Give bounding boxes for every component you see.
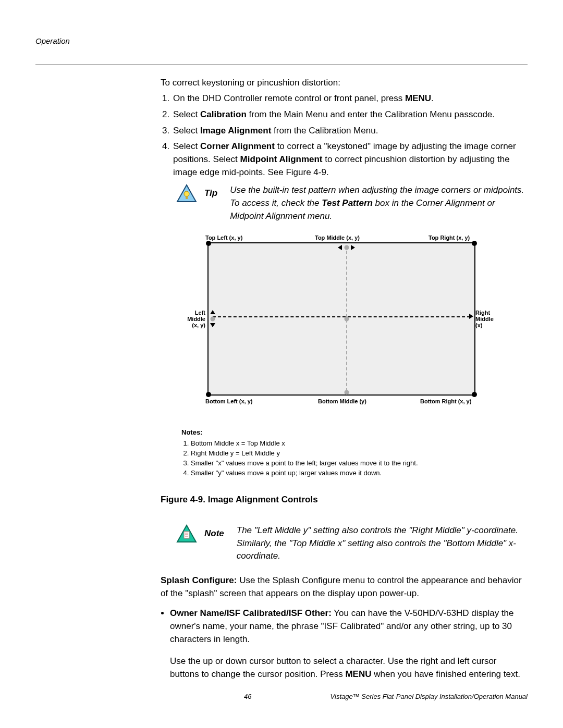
lbl-right-middle-3: (x) [475, 322, 482, 330]
note-label: Note [204, 524, 224, 543]
section-header: Operation [35, 35, 528, 47]
step-3: Select Image Alignment from the Calibrat… [172, 125, 528, 138]
splash-para: Splash Configure: Use the Splash Configu… [161, 574, 528, 600]
gdot-top-middle [345, 245, 349, 250]
note-icon [176, 524, 197, 547]
note-item-2: Right Middle y = Left Middle y [191, 449, 515, 459]
step-1-post: . [431, 93, 434, 103]
steps-list: On the DHD Controller remote control or … [161, 92, 528, 179]
notes-title: Notes: [181, 428, 515, 438]
step-3-b: Image Alignment [200, 126, 271, 135]
cursor-para-c: when you have finished entering text. [371, 669, 520, 679]
diagram-notes: Notes: Bottom Middle x = Top Middle x Ri… [181, 428, 515, 478]
gdot-center [345, 317, 349, 322]
step-2-post: from the Main Menu and enter the Calibra… [247, 109, 495, 119]
gdot-bottom-middle [345, 390, 349, 395]
dot-top-left [206, 241, 211, 246]
note-item-3: Smaller "x" values move a point to the l… [191, 459, 515, 468]
alignment-diagram: Top Left (x, y) Top Middle (x, y) Top Ri… [181, 234, 507, 422]
tip-text: Use the built-in test pattern when adjus… [230, 184, 528, 223]
intro-text: To correct keystoning or pincushion dist… [161, 77, 528, 90]
figure-caption: Figure 4-9. Image Alignment Controls [161, 493, 528, 507]
dot-top-right [472, 241, 477, 246]
page-number: 46 [244, 692, 251, 702]
footer-title: Vistage™ Series Flat-Panel Display Insta… [298, 692, 528, 702]
dashed-horizontal [213, 316, 470, 317]
cursor-para-b: MENU [345, 669, 371, 679]
lbl-bottom-middle: Bottom Middle (y) [318, 398, 366, 406]
step-4-b2: Midpoint Alignment [240, 154, 323, 164]
tip-label: Tip [204, 184, 217, 203]
note-item-1: Bottom Middle x = Top Middle x [191, 439, 515, 449]
step-4: Select Corner Alignment to correct a "ke… [172, 140, 528, 179]
arrow-top-left [338, 245, 342, 250]
owner-bullet: Owner Name/ISF Calibrated/ISF Other: You… [170, 607, 528, 681]
cursor-para: Use the up or down cursor button to sele… [170, 655, 528, 681]
svg-rect-2 [186, 196, 188, 199]
lbl-left-middle-3: (x, y) [189, 322, 205, 330]
step-2-b: Calibration [200, 109, 247, 119]
step-2-pre: Select [173, 109, 200, 119]
lbl-bottom-right: Bottom Right (x, y) [420, 398, 471, 406]
splash-heading: Splash Configure: [161, 575, 237, 585]
step-3-pre: Select [173, 126, 200, 135]
arrow-right-end [469, 314, 473, 319]
note-item-4: Smaller "y" values move a point up; larg… [191, 468, 515, 478]
step-4-b1: Corner Alignment [200, 141, 275, 151]
step-1-pre: On the DHD Controller remote control or … [173, 93, 405, 103]
dot-bottom-left [206, 392, 211, 397]
arrow-left-up [210, 310, 215, 314]
dot-bottom-right [472, 392, 477, 397]
page-footer: 46 Vistage™ Series Flat-Panel Display In… [35, 692, 528, 702]
lbl-bottom-left: Bottom Left (x, y) [205, 398, 252, 406]
lbl-top-right: Top Right (x, y) [429, 234, 470, 242]
step-3-post: from the Calibration Menu. [271, 126, 378, 135]
arrow-left-down [210, 323, 215, 327]
tip-icon [176, 184, 197, 207]
arrow-top-right [351, 245, 355, 250]
gdot-left-middle [211, 317, 215, 322]
step-1-b: MENU [405, 93, 431, 103]
note-text: The "Left Middle y" setting also control… [237, 524, 528, 563]
svg-point-1 [184, 191, 189, 196]
lbl-top-left: Top Left (x, y) [205, 234, 242, 242]
owner-heading: Owner Name/ISF Calibrated/ISF Other: [170, 608, 332, 618]
step-1: On the DHD Controller remote control or … [172, 92, 528, 105]
header-rule [35, 65, 528, 65]
tip-text-b: Test Pattern [322, 198, 373, 208]
step-4-pre: Select [173, 141, 200, 151]
lbl-top-middle: Top Middle (x, y) [315, 234, 360, 242]
step-2: Select Calibration from the Main Menu an… [172, 108, 528, 121]
